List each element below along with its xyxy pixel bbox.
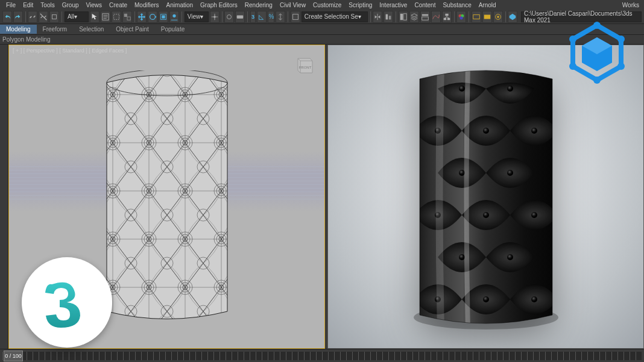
snap-toggle-button[interactable]: 3 [250,11,256,23]
svg-point-8 [173,14,176,17]
menu-scripting[interactable]: Scripting [345,2,376,8]
ribbon-tab-object-paint[interactable]: Object Paint [110,25,154,34]
toggle-layer-explorer-button[interactable] [409,11,419,23]
main-toolbar: All ▾ View ▾ 3 % Create Selection Se ▾ C… [0,10,644,24]
menu-views[interactable]: Views [83,2,106,8]
svg-rect-7 [162,15,165,18]
svg-text:FRONT: FRONT [299,66,312,69]
select-place-button[interactable] [169,11,179,23]
selection-filter-dropdown[interactable]: All ▾ [65,11,89,22]
svg-rect-42 [95,70,239,323]
svg-point-66 [531,296,537,302]
select-by-name-button[interactable] [101,11,110,23]
menu-customize[interactable]: Customize [309,2,345,8]
render-production-button[interactable] [493,11,503,23]
svg-rect-18 [421,17,428,20]
menu-substance[interactable]: Substance [439,2,475,8]
svg-rect-15 [400,13,402,20]
undo-button[interactable] [2,11,12,23]
material-editor-button[interactable] [456,11,466,23]
keyboard-shortcut-button[interactable] [235,11,245,23]
edit-named-sel-button[interactable] [291,11,300,23]
ribbon-tab-populate[interactable]: Populate [155,25,191,34]
menu-file[interactable]: File [2,2,19,8]
rendered-model [408,64,564,329]
curve-editor-button[interactable] [431,11,441,23]
unlink-button[interactable] [39,11,48,23]
toggle-ribbon-button[interactable] [420,11,430,23]
ribbon-subpanel[interactable]: Polygon Modeling [0,35,644,45]
svg-point-53 [507,86,513,92]
svg-rect-11 [237,15,244,18]
toggle-scene-explorer-button[interactable] [399,11,408,23]
menu-graph-editors[interactable]: Graph Editors [197,2,241,8]
select-move-button[interactable] [137,11,147,23]
select-object-button[interactable] [90,11,99,23]
logo-hexagon-cube-icon [561,19,633,92]
svg-point-10 [227,14,232,19]
menu-animation[interactable]: Animation [163,2,197,8]
svg-rect-16 [403,13,406,20]
svg-rect-4 [127,17,130,20]
open-autodesk-button[interactable] [508,11,517,23]
select-scale-button[interactable] [159,11,168,23]
svg-rect-12 [292,14,298,19]
svg-rect-14 [389,16,391,19]
svg-point-58 [507,170,513,176]
viewport-label[interactable]: [ + ] [ Perspective ] [ Standard ] [ Edg… [13,48,127,54]
svg-rect-26 [484,14,490,19]
main-menu-bar: File Edit Tools Group Views Create Modif… [0,0,644,10]
menu-arnold[interactable]: Arnold [475,2,500,8]
ribbon-tab-modeling[interactable]: Modeling [0,25,37,34]
time-slider[interactable]: 0 / 100 [2,352,642,360]
menu-group[interactable]: Group [58,2,83,8]
schematic-view-button[interactable] [442,11,452,23]
svg-point-70 [593,76,601,84]
select-manipulate-button[interactable] [224,11,234,23]
mirror-button[interactable] [373,11,382,23]
ribbon-tab-freeform[interactable]: Freeform [37,25,74,34]
svg-point-55 [483,128,489,134]
ribbon-tab-selection[interactable]: Selection [73,25,110,34]
wireframe-model[interactable] [95,70,239,323]
named-selection-dropdown[interactable]: Create Selection Se ▾ [301,11,368,22]
menu-content[interactable]: Content [411,2,439,8]
menu-modifiers[interactable]: Modifiers [131,2,163,8]
svg-point-63 [507,254,513,260]
link-button[interactable] [28,11,37,23]
timeline: 0 / 100 [0,349,644,362]
menu-tools[interactable]: Tools [37,2,58,8]
select-rotate-button[interactable] [148,11,157,23]
svg-rect-17 [421,14,428,16]
bind-button[interactable] [49,11,59,23]
svg-point-28 [497,16,499,18]
svg-rect-3 [124,13,127,16]
percent-snap-button[interactable]: % [268,11,274,23]
rendered-frame-button[interactable] [482,11,492,23]
svg-point-5 [150,14,156,19]
spinner-snap-button[interactable] [276,11,285,23]
svg-rect-20 [443,17,446,20]
menu-create[interactable]: Create [106,2,131,8]
workspace-selector[interactable]: Works [619,2,642,8]
svg-point-24 [460,16,463,19]
logo-3dsmax-icon [22,257,112,348]
viewcube[interactable]: FRONT [289,50,318,79]
scene-explorer-strip[interactable] [0,45,8,349]
svg-point-71 [569,63,576,70]
menu-civil-view[interactable]: Civil View [276,2,309,8]
time-slider-handle[interactable]: 0 / 100 [4,351,23,361]
render-setup-button[interactable] [472,11,481,23]
window-crossing-button[interactable] [122,11,132,23]
select-region-button[interactable] [112,11,121,23]
svg-point-65 [483,296,489,302]
redo-button[interactable] [13,11,23,23]
reference-coord-dropdown[interactable]: View ▾ [185,11,209,22]
align-button[interactable] [384,11,393,23]
menu-interactive[interactable]: Interactive [376,2,411,8]
use-pivot-button[interactable] [210,11,219,23]
angle-snap-button[interactable] [257,11,267,23]
menu-edit[interactable]: Edit [19,2,37,8]
svg-point-61 [531,212,537,218]
menu-rendering[interactable]: Rendering [241,2,276,8]
